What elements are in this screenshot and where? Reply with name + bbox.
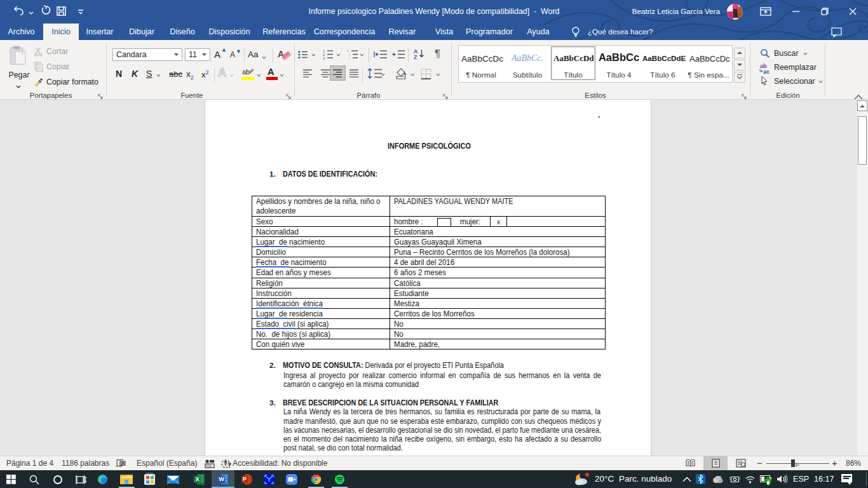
svg-text:?: ? <box>227 462 231 469</box>
svg-text:ac: ac <box>763 69 770 74</box>
svg-text:i: i <box>349 57 349 60</box>
svg-text:Z: Z <box>414 54 417 60</box>
svg-text:3: 3 <box>323 57 325 60</box>
